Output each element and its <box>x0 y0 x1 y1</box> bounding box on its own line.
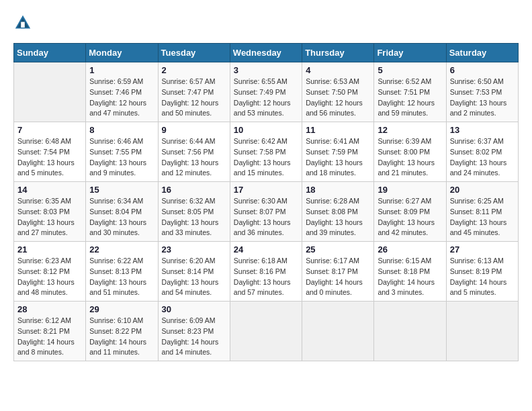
day-info-line: Sunrise: 6:48 AM <box>17 136 82 147</box>
day-info-line: Sunrise: 6:10 AM <box>89 316 154 326</box>
day-info-line: Daylight: 13 hours <box>89 277 154 288</box>
day-info-line: Sunset: 7:47 PM <box>162 87 226 98</box>
day-number: 15 <box>89 185 154 195</box>
day-info-line: Sunrise: 6:22 AM <box>89 256 154 267</box>
day-info-line: and 59 minutes. <box>378 108 442 119</box>
day-info-line: Sunset: 7:58 PM <box>234 147 298 158</box>
day-info-line: and 15 minutes. <box>234 168 298 179</box>
day-info-line: Daylight: 12 hours <box>234 98 298 109</box>
day-info-line: Daylight: 12 hours <box>162 98 226 109</box>
svg-rect-2 <box>21 22 25 28</box>
day-info-line: and 5 minutes. <box>450 287 515 298</box>
day-info-line: and 11 minutes. <box>89 347 154 358</box>
day-info-line: Daylight: 13 hours <box>450 218 515 228</box>
day-info-line: Sunrise: 6:44 AM <box>162 136 226 147</box>
day-info-line: Daylight: 14 hours <box>17 337 82 348</box>
day-cell: 29Sunrise: 6:10 AMSunset: 8:22 PMDayligh… <box>86 302 158 361</box>
column-header-monday: Monday <box>86 44 158 62</box>
day-cell: 8Sunrise: 6:46 AMSunset: 7:55 PMDaylight… <box>86 122 158 182</box>
day-info-line: Daylight: 13 hours <box>17 218 82 228</box>
day-number: 18 <box>306 185 370 195</box>
day-info-line: and 48 minutes. <box>17 287 82 298</box>
logo-icon <box>13 13 32 32</box>
day-info-line: and 36 minutes. <box>234 228 298 238</box>
day-info-line: Sunset: 8:22 PM <box>89 326 154 337</box>
day-info-line: Sunset: 7:54 PM <box>17 147 82 158</box>
day-cell <box>446 302 518 361</box>
day-info-line: Sunset: 7:56 PM <box>162 147 226 158</box>
day-info-line: and 24 minutes. <box>450 168 515 179</box>
day-info-line: Daylight: 13 hours <box>17 277 82 288</box>
day-info-line: Daylight: 12 hours <box>89 98 154 109</box>
day-number: 21 <box>17 244 82 255</box>
day-cell: 4Sunrise: 6:53 AMSunset: 7:50 PMDaylight… <box>302 62 374 122</box>
week-row-3: 14Sunrise: 6:35 AMSunset: 8:03 PMDayligh… <box>14 182 519 242</box>
day-number: 10 <box>234 125 298 135</box>
day-info-line: and 3 minutes. <box>378 287 442 298</box>
day-number: 25 <box>306 244 370 255</box>
day-cell: 9Sunrise: 6:44 AMSunset: 7:56 PMDaylight… <box>158 122 230 182</box>
day-info-line: Sunset: 8:19 PM <box>450 267 515 277</box>
day-number: 11 <box>306 125 370 135</box>
day-number: 6 <box>450 65 515 75</box>
day-cell: 22Sunrise: 6:22 AMSunset: 8:13 PMDayligh… <box>86 242 158 302</box>
day-info-line: Daylight: 13 hours <box>89 158 154 169</box>
day-cell: 25Sunrise: 6:17 AMSunset: 8:17 PMDayligh… <box>302 242 374 302</box>
day-info-line: and 14 minutes. <box>162 347 226 358</box>
column-header-tuesday: Tuesday <box>158 44 230 62</box>
day-cell: 14Sunrise: 6:35 AMSunset: 8:03 PMDayligh… <box>14 182 86 242</box>
day-info-line: Sunrise: 6:17 AM <box>306 256 370 267</box>
day-cell: 7Sunrise: 6:48 AMSunset: 7:54 PMDaylight… <box>14 122 86 182</box>
day-info-line: Daylight: 13 hours <box>17 158 82 169</box>
day-info-line: Sunrise: 6:53 AM <box>306 77 370 87</box>
day-cell: 15Sunrise: 6:34 AMSunset: 8:04 PMDayligh… <box>86 182 158 242</box>
day-info-line: Sunset: 8:02 PM <box>450 147 515 158</box>
day-cell <box>14 62 86 122</box>
day-number: 27 <box>450 244 515 255</box>
day-number: 2 <box>162 65 226 75</box>
day-number: 17 <box>234 185 298 195</box>
day-info-line: Daylight: 13 hours <box>234 218 298 228</box>
day-cell <box>374 302 446 361</box>
day-info-line: Daylight: 12 hours <box>306 98 370 109</box>
day-info-line: Sunrise: 6:20 AM <box>162 256 226 267</box>
day-number: 3 <box>234 65 298 75</box>
day-info-line: Sunrise: 6:37 AM <box>450 136 515 147</box>
day-info-line: Sunrise: 6:25 AM <box>450 196 515 207</box>
day-number: 1 <box>89 65 154 75</box>
day-info-line: Sunrise: 6:57 AM <box>162 77 226 87</box>
day-info-line: Daylight: 13 hours <box>162 277 226 288</box>
day-cell: 17Sunrise: 6:30 AMSunset: 8:07 PMDayligh… <box>230 182 302 242</box>
day-info-line: Daylight: 13 hours <box>450 98 515 109</box>
day-number: 12 <box>378 125 442 135</box>
day-info-line: Sunset: 7:51 PM <box>378 87 442 98</box>
day-info-line: Sunset: 7:53 PM <box>450 87 515 98</box>
day-cell: 2Sunrise: 6:57 AMSunset: 7:47 PMDaylight… <box>158 62 230 122</box>
calendar-body: 1Sunrise: 6:59 AMSunset: 7:46 PMDaylight… <box>14 62 519 361</box>
day-info-line: and 5 minutes. <box>17 168 82 179</box>
day-info-line: Sunrise: 6:18 AM <box>234 256 298 267</box>
day-cell: 28Sunrise: 6:12 AMSunset: 8:21 PMDayligh… <box>14 302 86 361</box>
day-number: 13 <box>450 125 515 135</box>
column-header-thursday: Thursday <box>302 44 374 62</box>
day-info-line: Sunset: 8:12 PM <box>17 267 82 277</box>
day-cell: 30Sunrise: 6:09 AMSunset: 8:23 PMDayligh… <box>158 302 230 361</box>
day-number: 23 <box>162 244 226 255</box>
day-info-line: Daylight: 13 hours <box>306 158 370 169</box>
calendar-header: SundayMondayTuesdayWednesdayThursdayFrid… <box>14 44 519 62</box>
day-info-line: Daylight: 13 hours <box>306 218 370 228</box>
day-cell: 27Sunrise: 6:13 AMSunset: 8:19 PMDayligh… <box>446 242 518 302</box>
day-info-line: and 27 minutes. <box>17 228 82 238</box>
day-info-line: Sunrise: 6:27 AM <box>378 196 442 207</box>
day-info-line: Sunset: 8:18 PM <box>378 267 442 277</box>
day-info-line: and 39 minutes. <box>306 228 370 238</box>
day-info-line: and 21 minutes. <box>378 168 442 179</box>
day-cell <box>230 302 302 361</box>
day-info-line: Sunrise: 6:46 AM <box>89 136 154 147</box>
day-info-line: Daylight: 13 hours <box>378 218 442 228</box>
day-info-line: Sunset: 8:21 PM <box>17 326 82 337</box>
day-number: 14 <box>17 185 82 195</box>
day-number: 16 <box>162 185 226 195</box>
day-info-line: Daylight: 12 hours <box>378 98 442 109</box>
day-info-line: Sunset: 8:11 PM <box>450 207 515 218</box>
